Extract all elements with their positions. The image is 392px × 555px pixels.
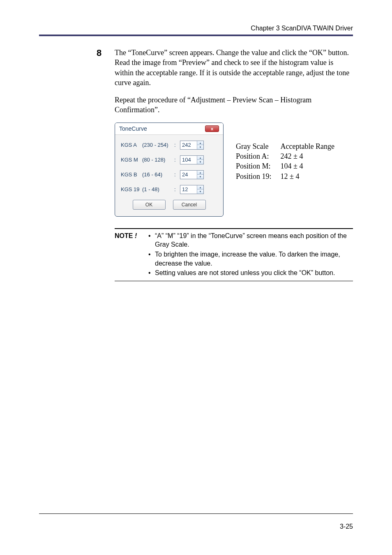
note-top-rule bbox=[115, 228, 353, 229]
side-cell: Position 19: bbox=[236, 171, 281, 181]
spin-down-icon[interactable]: ▼ bbox=[197, 160, 203, 164]
side-cell: 242 ± 4 bbox=[281, 151, 344, 161]
side-head-2: Acceptable Range bbox=[281, 141, 344, 151]
tonecurve-row-a: KGS A (230 - 254) : ▲ ▼ bbox=[121, 141, 217, 150]
spin-up-icon[interactable]: ▲ bbox=[197, 171, 203, 175]
step-number: 8 bbox=[97, 48, 115, 58]
tonecurve-row-19: KGS 19 (1 - 48) : ▲ ▼ bbox=[121, 185, 217, 194]
row-label: KGS M bbox=[121, 157, 142, 163]
cancel-button[interactable]: Cancel bbox=[173, 200, 206, 210]
side-cell: Position M: bbox=[236, 161, 281, 171]
row-label: KGS 19 bbox=[121, 186, 142, 192]
side-head-1: Gray Scale bbox=[236, 141, 281, 151]
row-colon: : bbox=[174, 171, 180, 178]
row-range: (1 - 48) bbox=[142, 186, 174, 192]
spin-down-icon[interactable]: ▼ bbox=[197, 174, 203, 179]
row-label: KGS A bbox=[121, 142, 142, 148]
dialog-title: ToneCurve bbox=[119, 125, 147, 132]
kgs-19-input[interactable] bbox=[180, 185, 197, 194]
note-item: “A” “M” “19” in the “ToneCurve” screen m… bbox=[148, 231, 353, 249]
tonecurve-row-b: KGS B (16 - 64) : ▲ ▼ bbox=[121, 170, 217, 179]
page-number: 3-25 bbox=[340, 523, 353, 530]
chapter-header: Chapter 3 ScanDIVA TWAIN Driver bbox=[39, 25, 353, 32]
row-range: (80 - 128) bbox=[142, 157, 174, 163]
step-paragraph-2: Repeat the procedure of “Adjustment – Pr… bbox=[115, 95, 353, 115]
spin-up-icon[interactable]: ▲ bbox=[197, 141, 203, 145]
header-rule bbox=[39, 35, 353, 36]
row-colon: : bbox=[174, 142, 180, 148]
side-cell: 12 ± 4 bbox=[281, 171, 344, 181]
row-colon: : bbox=[174, 186, 180, 192]
side-cell: 104 ± 4 bbox=[281, 161, 344, 171]
note-item: Setting values are not stored unless you… bbox=[148, 268, 353, 278]
close-icon[interactable]: x bbox=[205, 125, 219, 132]
tonecurve-dialog: ToneCurve x KGS A (230 - 254) : ▲ ▼ bbox=[115, 123, 224, 217]
spin-up-icon[interactable]: ▲ bbox=[197, 185, 203, 190]
note-bottom-rule bbox=[115, 281, 353, 281]
footer-rule bbox=[39, 513, 353, 514]
row-colon: : bbox=[174, 157, 180, 163]
note-label: NOTE ! bbox=[115, 231, 148, 278]
kgs-a-input[interactable] bbox=[180, 141, 197, 149]
side-cell: Position A: bbox=[236, 151, 281, 161]
note-list: “A” “M” “19” in the “ToneCurve” screen m… bbox=[148, 231, 353, 278]
step-paragraph-1: The “ToneCurve” screen appears. Change t… bbox=[115, 48, 353, 88]
spin-down-icon[interactable]: ▼ bbox=[197, 145, 203, 149]
tonecurve-row-m: KGS M (80 - 128) : ▲ ▼ bbox=[121, 155, 217, 164]
kgs-b-input[interactable] bbox=[180, 171, 197, 179]
row-label: KGS B bbox=[121, 171, 142, 178]
row-range: (230 - 254) bbox=[142, 142, 174, 148]
row-range: (16 - 64) bbox=[142, 171, 174, 178]
note-item: To brighten the image, increase the valu… bbox=[148, 250, 353, 268]
ok-button[interactable]: OK bbox=[133, 200, 166, 210]
spin-down-icon[interactable]: ▼ bbox=[197, 189, 203, 194]
spin-up-icon[interactable]: ▲ bbox=[197, 156, 203, 160]
acceptable-range-table: Gray Scale Acceptable Range Position A: … bbox=[236, 141, 344, 181]
kgs-m-input[interactable] bbox=[180, 156, 197, 164]
